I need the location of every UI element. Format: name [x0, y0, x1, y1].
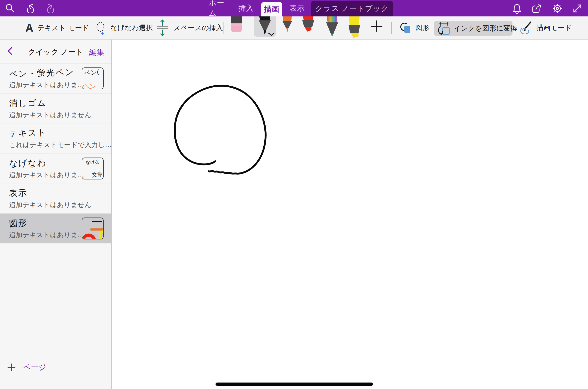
convert-ink-label: インクを図形に変換 [454, 24, 517, 33]
convert-ink-to-shape-button[interactable]: インクを図形に変換 [434, 21, 513, 36]
text-mode-icon: A [25, 22, 33, 34]
convert-ink-icon [437, 21, 450, 35]
text-mode-button[interactable]: A テキスト モード [24, 16, 89, 39]
draw-mode-button[interactable]: 描画モード [519, 16, 572, 39]
page-list-item[interactable]: なげなわ 追加テキストはありま… なげな 文章 [0, 154, 111, 184]
sidebar-header: クイック ノート 編集 [0, 39, 111, 63]
page-subtitle: 追加テキストはありません [9, 200, 111, 209]
shapes-button[interactable]: 図形 [399, 16, 429, 39]
page-title-ink: 表示 [9, 187, 28, 199]
page-subtitle: これはテキストモードで入力し… [9, 140, 111, 149]
add-page-button[interactable]: ページ [7, 362, 46, 373]
bell-icon[interactable] [512, 3, 522, 13]
page-subtitle: 追加テキストはありません [9, 111, 111, 119]
draw-mode-label: 描画モード [536, 23, 572, 33]
undo-icon[interactable] [26, 3, 36, 13]
page-list-item[interactable]: 消しゴム 追加テキストはありません [0, 94, 111, 124]
lasso-icon [95, 21, 106, 35]
page-list-sidebar: クイック ノート 編集 ペン・蛍光ペン 追加テキストはありま… ペン( ペン 消… [0, 39, 112, 389]
insert-space-button[interactable]: スペースの挿入 [155, 16, 223, 39]
thumbnail-ink-text: 文章 [91, 170, 103, 179]
tab-draw[interactable]: 描画 [261, 2, 282, 16]
share-icon[interactable] [532, 3, 542, 13]
page-canvas[interactable] [112, 39, 588, 389]
fullscreen-expand-icon[interactable] [572, 3, 582, 13]
shapes-icon [399, 22, 411, 34]
page-list-item-selected[interactable]: 図形 追加テキストはありま… [0, 214, 111, 244]
top-app-bar: ホーム 挿入 描画 表示 クラス ノートブック [0, 0, 588, 16]
add-page-label: ページ [23, 362, 46, 373]
lasso-select-button[interactable]: なげなわ選択 [95, 16, 153, 39]
lasso-select-label: なげなわ選択 [110, 23, 153, 33]
shapes-drawing-thumbnail [82, 218, 103, 239]
chevron-down-icon[interactable] [268, 33, 275, 36]
text-mode-label: テキスト モード [37, 23, 89, 33]
tab-view[interactable]: 表示 [288, 0, 306, 16]
rainbow-pen-tool[interactable] [325, 16, 339, 37]
page-thumbnail: ペン( ペン [82, 67, 104, 89]
page-title-ink: なげなわ [9, 157, 47, 169]
insert-space-icon [155, 19, 169, 37]
tab-home[interactable]: ホーム [209, 0, 228, 16]
page-list-item[interactable]: ペン・蛍光ペン 追加テキストはありま… ペン( ペン [0, 63, 111, 94]
page-title-ink: 図形 [9, 217, 28, 229]
toolbar-divider [391, 22, 392, 34]
redo-icon[interactable] [45, 3, 55, 13]
toolbar-divider [251, 22, 251, 34]
page-list-item[interactable]: テキスト これはテキストモードで入力し… [0, 123, 111, 154]
shapes-label: 図形 [415, 23, 429, 33]
thumbnail-ink-text: ペン [82, 81, 96, 89]
draw-ribbon: A テキスト モード なげなわ選択 スペースの挿入 [0, 16, 588, 40]
page-title-ink: テキスト [9, 127, 47, 139]
red-highlighter-tool[interactable] [302, 16, 314, 32]
toolbar-divider [223, 22, 223, 34]
plus-icon [7, 363, 15, 371]
page-thumbnail: なげな 文章 [82, 158, 104, 179]
thumbnail-ink-text: なげな [85, 159, 99, 165]
black-pen-tool-selected[interactable] [254, 16, 276, 37]
eraser-tool[interactable] [231, 16, 242, 32]
insert-space-label: スペースの挿入 [173, 23, 223, 33]
draw-mode-icon [519, 21, 532, 34]
tab-class-notebook[interactable]: クラス ノートブック [311, 1, 393, 16]
page-thumbnail [82, 218, 104, 239]
home-indicator[interactable] [216, 383, 373, 386]
thumbnail-ink-text: ペン( [84, 68, 99, 77]
add-pen-button[interactable] [371, 20, 383, 32]
page-list-item[interactable]: 表示 追加テキストはありません [0, 183, 111, 214]
edit-button[interactable]: 編集 [89, 47, 104, 57]
tab-insert[interactable]: 挿入 [237, 0, 255, 16]
page-title-ink: ペン・蛍光ペン [9, 66, 74, 80]
page-title-ink: 消しゴム [9, 97, 47, 109]
orange-pen-tool[interactable] [281, 16, 294, 32]
settings-gear-icon[interactable] [552, 3, 562, 13]
search-icon[interactable] [5, 3, 15, 13]
yellow-highlighter-tool[interactable] [347, 16, 361, 38]
